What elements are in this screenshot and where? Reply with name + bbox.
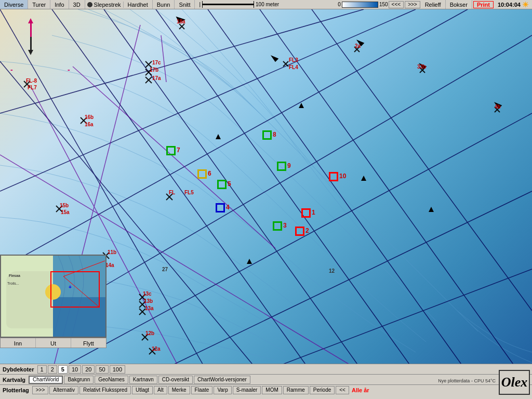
label-17c: 17c <box>152 60 161 65</box>
kartvalg-cd-oversikt[interactable]: CD-oversikt <box>158 376 193 384</box>
station-label-3: 3 <box>283 222 287 229</box>
station-label-9: 9 <box>287 162 291 169</box>
label-27: 27 <box>162 267 168 272</box>
station-box-9[interactable] <box>277 162 286 171</box>
scale-label: 100 meter <box>256 2 279 7</box>
label-15b: 15b <box>60 203 69 208</box>
plotterlag-back[interactable]: << <box>336 386 349 394</box>
mini-map-background: Flesaa Troils... + <box>1 256 105 337</box>
olex-logo-text: Olex <box>501 375 528 390</box>
compass <box>30 22 32 51</box>
label-16b: 16b <box>85 114 94 120</box>
station-box-10[interactable] <box>329 172 338 181</box>
label-16a: 16a <box>85 122 94 127</box>
menu-hardhet[interactable]: Hardhet <box>124 0 153 9</box>
depth-btn-100[interactable]: 100 <box>110 365 125 374</box>
kartvalg-kartnavn[interactable]: Kartnavn <box>129 376 157 384</box>
station-box-8[interactable] <box>262 130 272 140</box>
depth-btn-50[interactable]: 50 <box>96 365 108 374</box>
station-label-6: 6 <box>208 170 211 177</box>
label-fl4: FL4 <box>289 64 298 70</box>
station-label-1: 1 <box>312 209 315 216</box>
depth-min: 0 <box>338 2 341 7</box>
nav-forward[interactable]: >>> <box>405 1 420 8</box>
station-label-10: 10 <box>339 172 346 180</box>
plotterlag-smaaler[interactable]: S-maaler <box>233 386 261 394</box>
dybdekoter-label: Dybdekoter <box>0 366 37 373</box>
mini-inn-button[interactable]: Inn <box>1 338 36 348</box>
kartvalg-geonames[interactable]: GeoNames <box>95 376 128 384</box>
menu-turer[interactable]: Turer <box>28 0 50 9</box>
depth-btn-1[interactable]: 1 <box>37 365 47 374</box>
depth-gradient <box>342 2 378 8</box>
map-container[interactable]: - - 1 2 3 4 5 6 7 8 9 10 18a 17c 17b 17a… <box>0 9 532 373</box>
plotterlag-utlagt[interactable]: Utlagt <box>132 386 153 394</box>
svg-line-66 <box>63 261 105 276</box>
cpu-info: Nye plotterdata - CPU 54°C <box>438 378 496 383</box>
olex-logo: Olex <box>499 370 530 395</box>
menu-diverse[interactable]: Diverse <box>0 0 28 9</box>
plotterlag-nav[interactable]: >>> <box>32 386 49 394</box>
station-box-3[interactable] <box>273 221 282 231</box>
menu-bunn[interactable]: Bunn <box>153 0 175 9</box>
station-label-5: 5 <box>228 180 231 188</box>
station-box-5[interactable] <box>217 180 227 189</box>
depth-btn-5[interactable]: 5 <box>58 365 68 374</box>
label-12b: 12b <box>145 330 154 336</box>
label-17a: 17a <box>152 75 161 81</box>
slepestrek-radio-icon <box>87 2 92 7</box>
plotterlag-alt[interactable]: Alt <box>154 386 167 394</box>
station-label-7: 7 <box>177 147 180 154</box>
plotterlag-merke[interactable]: Merke <box>168 386 190 394</box>
plotterlag-ramme[interactable]: Ramme <box>283 386 309 394</box>
depth-btn-10[interactable]: 10 <box>69 365 81 374</box>
menu-snitt[interactable]: Snitt <box>175 0 195 9</box>
depth-btn-20[interactable]: 20 <box>82 365 95 374</box>
station-box-1[interactable] <box>301 208 311 218</box>
label-2a: 2a <box>355 43 361 49</box>
dybdekoter-bar: Dybdekoter 1 2 5 10 20 50 100 <box>0 364 532 374</box>
plotterlag-mom[interactable]: MOM <box>262 386 282 394</box>
station-label-2: 2 <box>305 227 309 234</box>
station-box-7[interactable] <box>166 146 176 155</box>
menu-info[interactable]: Info <box>50 0 69 9</box>
menu-relieff[interactable]: Relieff <box>421 0 446 9</box>
station-box-4[interactable] <box>216 203 225 212</box>
print-button[interactable]: Print <box>473 1 494 8</box>
plotterlag-varp[interactable]: Varp <box>214 386 231 394</box>
label-18a: 18a <box>177 19 185 24</box>
top-menu-bar: Diverse Turer Info 3D Slepestrek Hardhet… <box>0 0 532 9</box>
label-11b: 11b <box>108 249 116 255</box>
menu-3d[interactable]: 3D <box>69 0 85 9</box>
plotterlag-bar: Plotterlag >>> Alternativ Relativt Fluks… <box>0 384 532 395</box>
plotterlag-periode[interactable]: Periode <box>310 386 335 394</box>
label-12: 12 <box>329 268 335 274</box>
nav-back[interactable]: <<< <box>389 1 404 8</box>
plotterlag-relativ[interactable]: Relativt Fluksspred <box>79 386 131 394</box>
kartvalg-chartworld-ver[interactable]: ChartWorld-versjoner <box>194 376 250 384</box>
map-minus-1: - <box>10 65 13 74</box>
mini-map-contours <box>1 256 107 338</box>
label-fl5: FL5 <box>184 190 194 195</box>
label-fl7: FL7 <box>28 85 37 90</box>
kartvalg-chartworld[interactable]: ChartWorld <box>29 376 63 384</box>
label-4b: 4b <box>495 104 501 110</box>
mini-map-controls: Inn Ut Flytt <box>0 338 107 348</box>
mini-flytt-button[interactable]: Flytt <box>71 338 106 348</box>
menu-slepestrek[interactable]: Slepestrek <box>94 2 121 8</box>
mini-ut-button[interactable]: Ut <box>36 338 71 348</box>
plotterlag-label: Plotterlag <box>0 387 32 393</box>
label-13a: 13a <box>145 305 154 311</box>
bottom-strip <box>0 395 532 399</box>
label-13c: 13c <box>143 291 152 297</box>
label-13b: 13b <box>144 298 153 304</box>
kartvalg-bakgrunn[interactable]: Bakgrunn <box>64 376 94 384</box>
label-12a: 12a <box>152 346 161 352</box>
station-box-2[interactable] <box>295 227 304 236</box>
menu-bokser[interactable]: Bokser <box>446 0 472 9</box>
label-17b: 17b <box>150 67 158 73</box>
depth-btn-2[interactable]: 2 <box>48 365 57 374</box>
plotterlag-alternativ[interactable]: Alternativ <box>49 386 78 394</box>
station-box-6[interactable] <box>197 169 207 179</box>
plotterlag-flaate[interactable]: Flaate <box>191 386 213 394</box>
